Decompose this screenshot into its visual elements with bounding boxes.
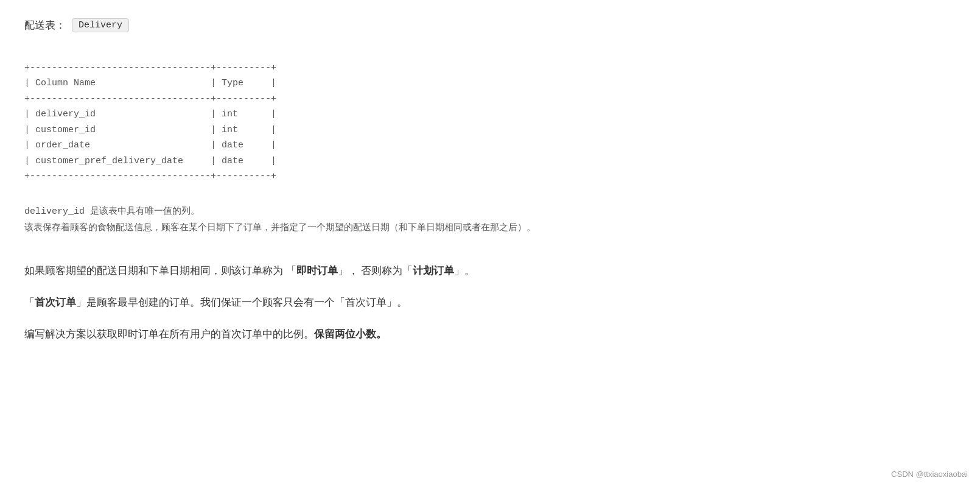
desc1-suffix: 」。 bbox=[454, 265, 475, 276]
table-name-badge: Delivery bbox=[72, 18, 129, 32]
schema-note-2: 该表保存着顾客的食物配送信息，顾客在某个日期下了订单，并指定了一个期望的配送日期… bbox=[24, 220, 956, 236]
desc1-mid: 」， 否则称为「 bbox=[338, 265, 413, 276]
schema-note-1: delivery_id 是该表中具有唯一值的列。 bbox=[24, 203, 956, 220]
corner-credit: CSDN @ttxiaoxiaobai bbox=[891, 470, 968, 479]
desc2-suffix: 」是顾客最早创建的订单。我们保证一个顾客只会有一个「首次订单」。 bbox=[76, 297, 407, 308]
table-label-row: 配送表： Delivery bbox=[24, 18, 956, 32]
desc2-prefix: 「 bbox=[24, 297, 35, 308]
desc3-prefix: 编写解决方案以获取即时订单在所有用户的首次订单中的比例。 bbox=[24, 328, 314, 340]
schema-row-3: | order_date | date | bbox=[24, 140, 276, 150]
desc1-bold1: 即时订单 bbox=[296, 265, 338, 276]
schema-block: +---------------------------------+-----… bbox=[24, 44, 956, 200]
schema-border-mid: +---------------------------------+-----… bbox=[24, 94, 276, 104]
schema-row-1: | delivery_id | int | bbox=[24, 109, 276, 119]
schema-row-4: | customer_pref_delivery_date | date | bbox=[24, 156, 276, 166]
desc1-bold2: 计划订单 bbox=[413, 265, 454, 276]
description-line-3: 编写解决方案以获取即时订单在所有用户的首次订单中的比例。保留两位小数。 bbox=[24, 324, 956, 345]
desc2-bold: 首次订单 bbox=[35, 297, 76, 308]
description-block: 如果顾客期望的配送日期和下单日期相同，则该订单称为 「即时订单」， 否则称为「计… bbox=[24, 261, 956, 345]
page-container: 配送表： Delivery +-------------------------… bbox=[24, 18, 956, 345]
schema-border-top: +---------------------------------+-----… bbox=[24, 63, 276, 73]
table-label: 配送表： bbox=[24, 18, 66, 32]
schema-notes: delivery_id 是该表中具有唯一值的列。 该表保存着顾客的食物配送信息，… bbox=[24, 203, 956, 236]
description-line-1: 如果顾客期望的配送日期和下单日期相同，则该订单称为 「即时订单」， 否则称为「计… bbox=[24, 261, 956, 281]
schema-header: | Column Name | Type | bbox=[24, 78, 276, 88]
description-line-2: 「首次订单」是顾客最早创建的订单。我们保证一个顾客只会有一个「首次订单」。 bbox=[24, 292, 956, 313]
schema-border-bottom: +---------------------------------+-----… bbox=[24, 171, 276, 181]
desc1-prefix: 如果顾客期望的配送日期和下单日期相同，则该订单称为 「 bbox=[24, 265, 296, 276]
schema-row-2: | customer_id | int | bbox=[24, 125, 276, 135]
desc3-bold: 保留两位小数。 bbox=[314, 328, 387, 340]
